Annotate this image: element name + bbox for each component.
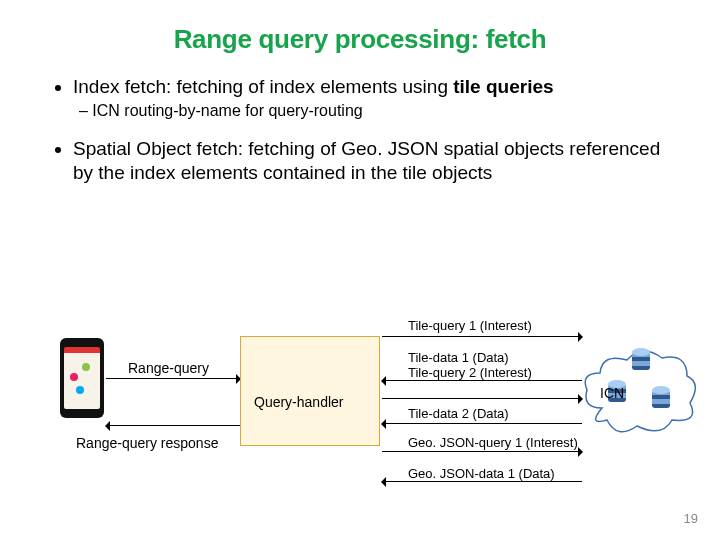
arrow-tile-data-1 xyxy=(382,380,582,381)
arrow-tile-query-1 xyxy=(382,336,582,337)
msg-tile-data-1: Tile-data 1 (Data) xyxy=(408,350,509,365)
bullet1-bold: tile queries xyxy=(453,76,553,97)
arrow-tile-data-2 xyxy=(382,423,582,424)
msg-geojson-query-1: Geo. JSON-query 1 (Interest) xyxy=(408,435,578,450)
bullet1-pre: Index fetch: fetching of index elements … xyxy=(73,76,453,97)
bullet1-sub1: ICN routing-by-name for query-routing xyxy=(93,101,665,121)
page-number: 19 xyxy=(684,511,698,526)
bullet-list: Index fetch: fetching of index elements … xyxy=(0,55,720,184)
map-pin-icon xyxy=(82,363,90,371)
msg-tile-data-2: Tile-data 2 (Data) xyxy=(408,406,509,421)
label-range-query-response: Range-query response xyxy=(76,435,218,451)
database-icon xyxy=(652,386,670,408)
arrow-range-query xyxy=(106,378,240,379)
arrow-tile-query-2 xyxy=(382,398,582,399)
label-range-query: Range-query xyxy=(128,360,209,376)
arrow-range-query-response xyxy=(106,425,240,426)
msg-tile-query-1: Tile-query 1 (Interest) xyxy=(408,318,532,333)
database-icon xyxy=(632,348,650,370)
diagram: Range-query Range-query response Query-h… xyxy=(0,318,720,518)
slide-title: Range query processing: fetch xyxy=(0,0,720,55)
arrow-geojson-data-1 xyxy=(382,481,582,482)
msg-geojson-data-1: Geo. JSON-data 1 (Data) xyxy=(408,466,555,481)
arrow-geojson-query-1 xyxy=(382,451,582,452)
bullet-index-fetch: Index fetch: fetching of index elements … xyxy=(73,75,665,121)
label-query-handler: Query-handler xyxy=(254,394,344,410)
label-icn: ICN xyxy=(600,385,624,401)
map-pin-icon xyxy=(70,373,78,381)
bullet-spatial-object-fetch: Spatial Object fetch: fetching of Geo. J… xyxy=(73,137,665,185)
smartphone-icon xyxy=(60,338,104,418)
msg-tile-query-2: Tile-query 2 (Interest) xyxy=(408,365,532,380)
map-pin-icon xyxy=(76,386,84,394)
query-handler-box xyxy=(240,336,380,446)
